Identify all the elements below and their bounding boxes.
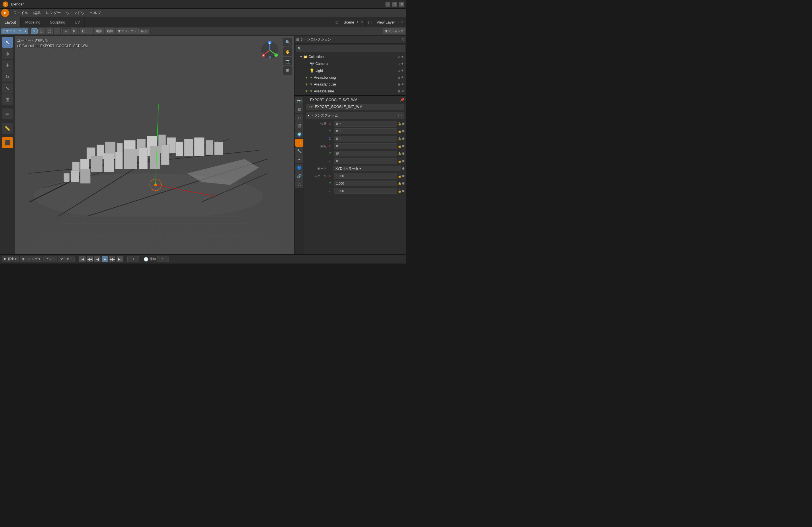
- tool-grab[interactable]: ↔: [63, 29, 70, 34]
- tl-view-btn[interactable]: ビュー: [43, 256, 57, 262]
- light-vis[interactable]: 👁: [401, 69, 404, 72]
- vl-add-btn[interactable]: +: [397, 20, 399, 24]
- rot-x-lock[interactable]: 🔒: [398, 145, 401, 148]
- sidebar-cursor[interactable]: ⊕: [2, 48, 13, 59]
- tl-play-btn[interactable]: ▶: [102, 256, 108, 262]
- outliner-filter[interactable]: ▽: [402, 38, 404, 42]
- menu-help[interactable]: ヘルプ: [88, 10, 103, 16]
- scale-x-field[interactable]: 1.000: [334, 173, 397, 179]
- menu-object[interactable]: オブジェクト: [116, 28, 139, 34]
- viewport[interactable]: ユーザー・透視投影 (1) Collection | EXPORT_GOOGLE…: [15, 35, 294, 254]
- tool-select-circle[interactable]: ◯: [46, 28, 53, 34]
- scale-y-field[interactable]: 1.000: [334, 180, 397, 186]
- prop-world-icon[interactable]: 🌍: [295, 130, 303, 138]
- collection-vis[interactable]: 👁: [401, 55, 404, 59]
- prop-particles-icon[interactable]: ✦: [295, 155, 303, 163]
- outliner-building[interactable]: ▼ ▼ Areas:building ⊞ 👁: [294, 74, 406, 81]
- tl-next-btn[interactable]: ▶▶: [109, 256, 115, 262]
- tool-select-lasso[interactable]: ⌓: [54, 28, 60, 34]
- prop-object-icon[interactable]: □: [295, 138, 303, 147]
- tool-select-cursor[interactable]: ↖: [31, 28, 38, 34]
- scene-add-btn[interactable]: +: [357, 20, 359, 24]
- sidebar-annotate[interactable]: ✏: [2, 108, 13, 119]
- tl-mode-btn[interactable]: ▶ 再生 ▾: [2, 256, 19, 262]
- outliner-camera[interactable]: 📷 Camera ⊞ 👁: [294, 60, 406, 67]
- tl-start-frame[interactable]: 1: [157, 256, 169, 262]
- tl-marker-btn[interactable]: マーカー: [58, 256, 75, 262]
- pos-y-field[interactable]: 0 m: [334, 128, 397, 134]
- outliner-search[interactable]: 🔍: [296, 45, 405, 52]
- camera-vis[interactable]: 👁: [401, 62, 404, 65]
- tab-sculpting[interactable]: Sculpting: [45, 17, 70, 27]
- minimize-button[interactable]: –: [386, 2, 390, 6]
- axis-widget[interactable]: Z Y X: [260, 40, 280, 60]
- building-vis[interactable]: 👁: [401, 76, 404, 79]
- sidebar-measure[interactable]: 📏: [2, 123, 13, 134]
- tool-mode[interactable]: □ オブジェク... ▾: [1, 28, 28, 34]
- sidebar-move[interactable]: ✛: [2, 60, 13, 71]
- pos-y-lock[interactable]: 🔒: [398, 130, 401, 133]
- tool-select-box[interactable]: ⬚: [38, 28, 45, 34]
- tl-frame-current[interactable]: 1: [128, 256, 139, 262]
- obj-dropdown-btn[interactable]: ▾: [311, 105, 313, 109]
- pos-z-lock[interactable]: 🔒: [398, 137, 401, 140]
- building-menu[interactable]: ⊞: [397, 76, 400, 79]
- camera-btn[interactable]: 📷: [283, 57, 292, 65]
- camera-menu[interactable]: ⊞: [397, 62, 400, 66]
- sidebar-select[interactable]: ↖: [2, 37, 13, 48]
- scene-close-btn[interactable]: ✕: [360, 20, 363, 24]
- tab-layout[interactable]: Layout: [0, 17, 21, 27]
- prop-constraints-icon[interactable]: 🔗: [295, 172, 303, 180]
- pos-z-field[interactable]: 0 m: [334, 136, 397, 142]
- outliner-landuse[interactable]: ▼ ▼ Areas:landuse ⊞ 👁: [294, 81, 406, 88]
- scale-y-lock[interactable]: 🔒: [398, 182, 401, 185]
- sidebar-cube[interactable]: ⬛: [2, 137, 13, 148]
- transform-section-header[interactable]: ▾ トランスフォーム ⋮⋮: [306, 112, 404, 119]
- pos-x-lock[interactable]: 🔒: [398, 122, 401, 126]
- maximize-button[interactable]: □: [392, 2, 397, 6]
- leisure-vis[interactable]: 👁: [401, 90, 404, 93]
- scale-x-lock[interactable]: 🔒: [398, 175, 401, 178]
- props-pin-btn[interactable]: 📌: [400, 98, 404, 102]
- menu-select[interactable]: 選択: [94, 28, 104, 34]
- scale-z-lock[interactable]: 🔒: [398, 189, 401, 193]
- prop-data-icon[interactable]: △: [295, 180, 303, 188]
- tl-keyframe-next[interactable]: ▶|: [117, 256, 123, 262]
- menu-edit[interactable]: 編集: [31, 10, 43, 16]
- sidebar-scale[interactable]: ⤡: [2, 83, 13, 93]
- tl-prev-btn[interactable]: ◀: [94, 256, 100, 262]
- leisure-menu[interactable]: ⊞: [397, 90, 400, 93]
- rot-z-lock[interactable]: 🔒: [398, 160, 401, 163]
- vl-close-btn[interactable]: ✕: [401, 20, 404, 24]
- prop-view-icon[interactable]: ⊙: [295, 114, 303, 122]
- menu-view[interactable]: ビュー: [80, 28, 93, 34]
- tab-modeling[interactable]: Modeling: [21, 17, 45, 27]
- landuse-vis[interactable]: 👁: [401, 83, 404, 86]
- rot-z-field[interactable]: 0°: [334, 158, 397, 164]
- menu-gis[interactable]: GIS: [139, 29, 149, 34]
- tool-rotate[interactable]: ↻: [71, 28, 77, 34]
- options-btn[interactable]: オプション ▾: [382, 28, 405, 34]
- prop-render-icon[interactable]: 📷: [295, 97, 303, 105]
- rot-x-field[interactable]: 0°: [334, 143, 397, 149]
- outliner-light[interactable]: 💡 Light ⊞ 👁: [294, 67, 406, 74]
- mode-field[interactable]: XYZ オイラー角 ▾: [334, 166, 401, 171]
- hand-btn[interactable]: ✋: [283, 47, 292, 56]
- prop-output-icon[interactable]: 🖥: [295, 105, 303, 113]
- prop-modifier-icon[interactable]: 🔧: [295, 147, 303, 155]
- tl-prev-frame[interactable]: ◀◀: [87, 256, 93, 262]
- prop-physics-icon[interactable]: 🔵: [295, 164, 303, 172]
- prop-scene-icon[interactable]: 🎬: [295, 122, 303, 130]
- collection-check[interactable]: ✓: [398, 55, 400, 59]
- sidebar-rotate[interactable]: ↻: [2, 71, 13, 82]
- tab-uv[interactable]: UV: [70, 17, 85, 27]
- pos-x-field[interactable]: 0 m: [334, 121, 397, 127]
- light-menu[interactable]: ⊞: [397, 69, 400, 73]
- menu-render[interactable]: レンダー: [44, 10, 63, 16]
- menu-window[interactable]: ウィンドウ: [64, 10, 87, 16]
- tl-keying-btn[interactable]: キーイング ▾: [20, 256, 42, 262]
- close-button[interactable]: ✕: [399, 2, 404, 6]
- menu-file[interactable]: ファイル: [11, 10, 30, 16]
- rot-y-field[interactable]: 0°: [334, 151, 397, 157]
- outliner-leisure[interactable]: ▼ ▼ Areas:leisure ⊞ 👁: [294, 88, 406, 95]
